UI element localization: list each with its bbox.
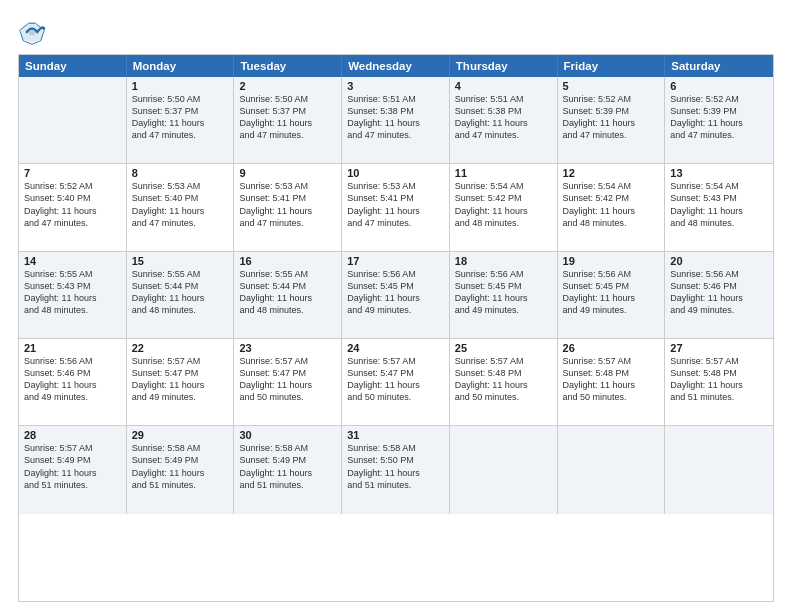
day-info: Sunrise: 5:58 AM Sunset: 5:49 PM Dayligh… bbox=[239, 442, 336, 491]
day-cell-15: 15Sunrise: 5:55 AM Sunset: 5:44 PM Dayli… bbox=[127, 252, 235, 338]
empty-cell bbox=[665, 426, 773, 513]
day-number: 1 bbox=[132, 80, 229, 92]
day-cell-10: 10Sunrise: 5:53 AM Sunset: 5:41 PM Dayli… bbox=[342, 164, 450, 250]
day-number: 2 bbox=[239, 80, 336, 92]
day-cell-17: 17Sunrise: 5:56 AM Sunset: 5:45 PM Dayli… bbox=[342, 252, 450, 338]
day-info: Sunrise: 5:57 AM Sunset: 5:49 PM Dayligh… bbox=[24, 442, 121, 491]
calendar: SundayMondayTuesdayWednesdayThursdayFrid… bbox=[18, 54, 774, 602]
header-day-saturday: Saturday bbox=[665, 55, 773, 77]
day-info: Sunrise: 5:54 AM Sunset: 5:42 PM Dayligh… bbox=[563, 180, 660, 229]
day-cell-1: 1Sunrise: 5:50 AM Sunset: 5:37 PM Daylig… bbox=[127, 77, 235, 163]
day-cell-27: 27Sunrise: 5:57 AM Sunset: 5:48 PM Dayli… bbox=[665, 339, 773, 425]
header-day-friday: Friday bbox=[558, 55, 666, 77]
day-info: Sunrise: 5:51 AM Sunset: 5:38 PM Dayligh… bbox=[455, 93, 552, 142]
day-info: Sunrise: 5:55 AM Sunset: 5:43 PM Dayligh… bbox=[24, 268, 121, 317]
day-number: 7 bbox=[24, 167, 121, 179]
logo bbox=[18, 18, 52, 46]
day-number: 6 bbox=[670, 80, 768, 92]
header-day-sunday: Sunday bbox=[19, 55, 127, 77]
day-cell-18: 18Sunrise: 5:56 AM Sunset: 5:45 PM Dayli… bbox=[450, 252, 558, 338]
day-number: 3 bbox=[347, 80, 444, 92]
day-number: 21 bbox=[24, 342, 121, 354]
calendar-header: SundayMondayTuesdayWednesdayThursdayFrid… bbox=[19, 55, 773, 77]
day-cell-14: 14Sunrise: 5:55 AM Sunset: 5:43 PM Dayli… bbox=[19, 252, 127, 338]
day-info: Sunrise: 5:57 AM Sunset: 5:47 PM Dayligh… bbox=[239, 355, 336, 404]
day-number: 26 bbox=[563, 342, 660, 354]
day-info: Sunrise: 5:58 AM Sunset: 5:49 PM Dayligh… bbox=[132, 442, 229, 491]
empty-cell bbox=[19, 77, 127, 163]
calendar-row-1: 1Sunrise: 5:50 AM Sunset: 5:37 PM Daylig… bbox=[19, 77, 773, 164]
header-day-monday: Monday bbox=[127, 55, 235, 77]
day-cell-16: 16Sunrise: 5:55 AM Sunset: 5:44 PM Dayli… bbox=[234, 252, 342, 338]
day-cell-11: 11Sunrise: 5:54 AM Sunset: 5:42 PM Dayli… bbox=[450, 164, 558, 250]
day-info: Sunrise: 5:56 AM Sunset: 5:45 PM Dayligh… bbox=[455, 268, 552, 317]
header-day-tuesday: Tuesday bbox=[234, 55, 342, 77]
day-cell-7: 7Sunrise: 5:52 AM Sunset: 5:40 PM Daylig… bbox=[19, 164, 127, 250]
day-info: Sunrise: 5:54 AM Sunset: 5:42 PM Dayligh… bbox=[455, 180, 552, 229]
day-info: Sunrise: 5:56 AM Sunset: 5:45 PM Dayligh… bbox=[347, 268, 444, 317]
day-cell-12: 12Sunrise: 5:54 AM Sunset: 5:42 PM Dayli… bbox=[558, 164, 666, 250]
day-number: 25 bbox=[455, 342, 552, 354]
day-number: 9 bbox=[239, 167, 336, 179]
header-day-thursday: Thursday bbox=[450, 55, 558, 77]
day-cell-6: 6Sunrise: 5:52 AM Sunset: 5:39 PM Daylig… bbox=[665, 77, 773, 163]
day-info: Sunrise: 5:57 AM Sunset: 5:48 PM Dayligh… bbox=[563, 355, 660, 404]
header bbox=[18, 18, 774, 46]
day-cell-13: 13Sunrise: 5:54 AM Sunset: 5:43 PM Dayli… bbox=[665, 164, 773, 250]
day-info: Sunrise: 5:57 AM Sunset: 5:48 PM Dayligh… bbox=[455, 355, 552, 404]
day-info: Sunrise: 5:50 AM Sunset: 5:37 PM Dayligh… bbox=[239, 93, 336, 142]
day-info: Sunrise: 5:56 AM Sunset: 5:46 PM Dayligh… bbox=[670, 268, 768, 317]
day-info: Sunrise: 5:53 AM Sunset: 5:41 PM Dayligh… bbox=[347, 180, 444, 229]
header-day-wednesday: Wednesday bbox=[342, 55, 450, 77]
day-number: 24 bbox=[347, 342, 444, 354]
day-info: Sunrise: 5:57 AM Sunset: 5:47 PM Dayligh… bbox=[347, 355, 444, 404]
calendar-row-2: 7Sunrise: 5:52 AM Sunset: 5:40 PM Daylig… bbox=[19, 164, 773, 251]
day-cell-30: 30Sunrise: 5:58 AM Sunset: 5:49 PM Dayli… bbox=[234, 426, 342, 513]
day-cell-8: 8Sunrise: 5:53 AM Sunset: 5:40 PM Daylig… bbox=[127, 164, 235, 250]
day-info: Sunrise: 5:57 AM Sunset: 5:47 PM Dayligh… bbox=[132, 355, 229, 404]
day-cell-23: 23Sunrise: 5:57 AM Sunset: 5:47 PM Dayli… bbox=[234, 339, 342, 425]
day-number: 4 bbox=[455, 80, 552, 92]
calendar-row-5: 28Sunrise: 5:57 AM Sunset: 5:49 PM Dayli… bbox=[19, 426, 773, 513]
day-info: Sunrise: 5:55 AM Sunset: 5:44 PM Dayligh… bbox=[239, 268, 336, 317]
day-number: 31 bbox=[347, 429, 444, 441]
day-cell-26: 26Sunrise: 5:57 AM Sunset: 5:48 PM Dayli… bbox=[558, 339, 666, 425]
day-cell-24: 24Sunrise: 5:57 AM Sunset: 5:47 PM Dayli… bbox=[342, 339, 450, 425]
day-number: 20 bbox=[670, 255, 768, 267]
day-number: 13 bbox=[670, 167, 768, 179]
day-number: 23 bbox=[239, 342, 336, 354]
day-number: 11 bbox=[455, 167, 552, 179]
day-info: Sunrise: 5:57 AM Sunset: 5:48 PM Dayligh… bbox=[670, 355, 768, 404]
day-info: Sunrise: 5:52 AM Sunset: 5:39 PM Dayligh… bbox=[670, 93, 768, 142]
day-info: Sunrise: 5:58 AM Sunset: 5:50 PM Dayligh… bbox=[347, 442, 444, 491]
empty-cell bbox=[558, 426, 666, 513]
day-number: 12 bbox=[563, 167, 660, 179]
day-cell-9: 9Sunrise: 5:53 AM Sunset: 5:41 PM Daylig… bbox=[234, 164, 342, 250]
day-info: Sunrise: 5:52 AM Sunset: 5:39 PM Dayligh… bbox=[563, 93, 660, 142]
day-number: 18 bbox=[455, 255, 552, 267]
day-cell-29: 29Sunrise: 5:58 AM Sunset: 5:49 PM Dayli… bbox=[127, 426, 235, 513]
svg-point-2 bbox=[29, 29, 36, 36]
calendar-row-3: 14Sunrise: 5:55 AM Sunset: 5:43 PM Dayli… bbox=[19, 252, 773, 339]
day-info: Sunrise: 5:50 AM Sunset: 5:37 PM Dayligh… bbox=[132, 93, 229, 142]
day-number: 16 bbox=[239, 255, 336, 267]
day-info: Sunrise: 5:53 AM Sunset: 5:41 PM Dayligh… bbox=[239, 180, 336, 229]
day-number: 30 bbox=[239, 429, 336, 441]
day-number: 29 bbox=[132, 429, 229, 441]
day-number: 15 bbox=[132, 255, 229, 267]
day-number: 10 bbox=[347, 167, 444, 179]
day-info: Sunrise: 5:51 AM Sunset: 5:38 PM Dayligh… bbox=[347, 93, 444, 142]
day-number: 14 bbox=[24, 255, 121, 267]
calendar-body: 1Sunrise: 5:50 AM Sunset: 5:37 PM Daylig… bbox=[19, 77, 773, 601]
day-cell-22: 22Sunrise: 5:57 AM Sunset: 5:47 PM Dayli… bbox=[127, 339, 235, 425]
day-cell-2: 2Sunrise: 5:50 AM Sunset: 5:37 PM Daylig… bbox=[234, 77, 342, 163]
day-cell-21: 21Sunrise: 5:56 AM Sunset: 5:46 PM Dayli… bbox=[19, 339, 127, 425]
day-number: 8 bbox=[132, 167, 229, 179]
day-info: Sunrise: 5:54 AM Sunset: 5:43 PM Dayligh… bbox=[670, 180, 768, 229]
day-info: Sunrise: 5:56 AM Sunset: 5:46 PM Dayligh… bbox=[24, 355, 121, 404]
calendar-row-4: 21Sunrise: 5:56 AM Sunset: 5:46 PM Dayli… bbox=[19, 339, 773, 426]
day-number: 17 bbox=[347, 255, 444, 267]
day-number: 27 bbox=[670, 342, 768, 354]
page: SundayMondayTuesdayWednesdayThursdayFrid… bbox=[0, 0, 792, 612]
day-cell-28: 28Sunrise: 5:57 AM Sunset: 5:49 PM Dayli… bbox=[19, 426, 127, 513]
